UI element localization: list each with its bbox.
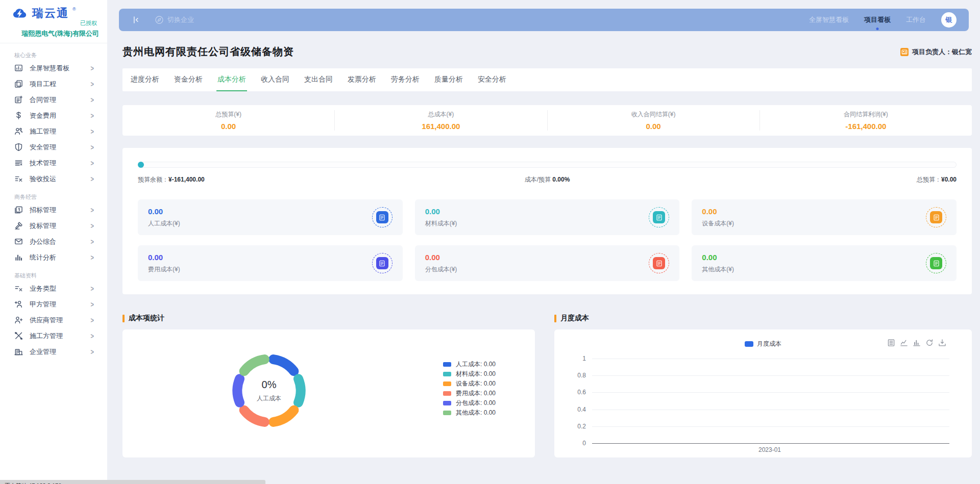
tab-1[interactable]: 进度分析 [130, 68, 160, 91]
donut-segment-6[interactable] [244, 360, 264, 371]
cost-items-section: 成本项统计 0% 人工成本 人工成本: 0.00材料成本: 0.00设备成本: … [122, 314, 535, 457]
sidebar-item-money[interactable]: 资金费用> [0, 108, 107, 123]
cost-tiles: 0.00人工成本(¥)0.00材料成本(¥)0.00设备成本(¥)0.00费用成… [138, 199, 957, 281]
sidebar-item-client[interactable]: 甲方管理> [0, 296, 107, 312]
legend-item[interactable]: 分包成本: 0.00 [443, 398, 496, 408]
sidebar-item-project[interactable]: 项目工程> [0, 76, 107, 92]
tab-6[interactable]: 发票分析 [347, 68, 377, 91]
tile-value: 0.00 [425, 253, 457, 262]
legend-swatch [443, 391, 451, 396]
summary-value: 0.00 [122, 122, 334, 131]
y-tick-label: 0.6 [555, 389, 586, 396]
chevron-right-icon: > [91, 80, 94, 88]
legend-item[interactable]: 人工成本: 0.00 [443, 360, 496, 369]
tab-5[interactable]: 支出合同 [303, 68, 334, 91]
chevron-right-icon: > [91, 206, 94, 214]
chevron-right-icon: > [91, 128, 94, 135]
chevron-right-icon: > [91, 175, 94, 183]
sidebar-item-office[interactable]: 办公综合> [0, 234, 107, 249]
tab-8[interactable]: 质量分析 [433, 68, 464, 91]
summary-card: 总预算(¥)0.00总成本(¥)161,400.00收入合同结算(¥)0.00合… [122, 105, 972, 136]
registered-mark: ® [72, 7, 76, 12]
sidebar-item-label: 资金费用 [30, 111, 56, 120]
chevron-right-icon: > [91, 112, 94, 119]
content: 贵州电网有限责任公司省级储备物资 项目负责人：银仁宽 进度分析资金分析成本分析收… [107, 45, 980, 457]
tile-cost-icon [649, 253, 669, 273]
sidebar-item-label: 业务类型 [30, 284, 56, 293]
legend-swatch [443, 411, 451, 415]
cost-tile: 0.00设备成本(¥) [692, 199, 957, 235]
tab-9[interactable]: 安全分析 [477, 68, 507, 91]
legend-item[interactable]: 其他成本: 0.00 [443, 408, 496, 418]
tile-value: 0.00 [148, 253, 180, 262]
summary-label: 总预算(¥) [122, 110, 334, 119]
legend-swatch [443, 372, 451, 376]
sidebar-item-tender[interactable]: 投标管理> [0, 218, 107, 234]
topbar-nav-item[interactable]: 工作台 [906, 15, 926, 24]
section-header-monthly-cost: 月度成本 [554, 314, 972, 323]
sidebar-item-builder[interactable]: 施工方管理> [0, 328, 107, 344]
donut-segment-3[interactable] [274, 410, 294, 422]
logo-icon [11, 6, 29, 20]
donut-segment-4[interactable] [244, 410, 264, 422]
document-icon [653, 257, 665, 269]
y-tick-label: 0 [555, 440, 586, 447]
sidebar-item-acceptance[interactable]: 验收投运> [0, 171, 107, 187]
sidebar-item-shield[interactable]: 安全管理> [0, 139, 107, 155]
legend-item[interactable]: 材料成本: 0.00 [443, 369, 496, 379]
tech-icon [14, 159, 23, 167]
tab-7[interactable]: 劳务分析 [390, 68, 421, 91]
tile-cost-icon [926, 253, 946, 273]
sidebar-item-label: 施工管理 [30, 127, 56, 136]
legend-text: 其他成本: 0.00 [456, 409, 496, 417]
collapse-icon [131, 15, 140, 24]
company-name: 瑞熙恩电气(珠海)有限公司 [8, 29, 100, 38]
budget-progress-bar [138, 162, 957, 168]
legend-item[interactable]: 费用成本: 0.00 [443, 389, 496, 398]
section-marker [122, 315, 125, 322]
sidebar-item-business[interactable]: 业务类型> [0, 281, 107, 296]
collapse-sidebar-button[interactable] [131, 15, 140, 24]
sidebar-item-label: 投标管理 [30, 221, 56, 231]
topbar-nav: 全屏智慧看板项目看板工作台 银 [809, 12, 957, 28]
chevron-right-icon: > [91, 332, 94, 340]
tab-3[interactable]: 成本分析 [216, 68, 247, 91]
gridline [592, 359, 949, 359]
donut-segment-2[interactable] [298, 379, 301, 402]
chevron-right-icon: > [91, 222, 94, 230]
sidebar-item-label: 验收投运 [30, 174, 56, 184]
topbar-nav-item[interactable]: 全屏智慧看板 [809, 15, 849, 24]
active-dot [876, 28, 879, 30]
authorized-badge: 已授权 [8, 19, 100, 27]
donut-segment-5[interactable] [237, 379, 240, 402]
tile-label: 费用成本(¥) [148, 265, 180, 274]
sidebar-item-construction[interactable]: 施工管理> [0, 123, 107, 139]
tile-label: 人工成本(¥) [148, 219, 180, 228]
sidebar-item-label: 项目工程 [30, 80, 56, 89]
switch-company-button[interactable]: 切换企业 [155, 15, 194, 24]
sidebar-item-dashboard[interactable]: 全屏智慧看板> [0, 60, 107, 76]
tab-2[interactable]: 资金分析 [173, 68, 204, 91]
sidebar-item-supplier[interactable]: 供应商管理> [0, 312, 107, 328]
sidebar-item-bid[interactable]: 招标管理> [0, 202, 107, 218]
sidebar-item-enterprise[interactable]: 企业管理> [0, 344, 107, 360]
y-tick-label: 0.2 [555, 423, 586, 430]
donut-segment-1[interactable] [274, 360, 294, 371]
chevron-right-icon: > [91, 64, 94, 72]
topbar-nav-item[interactable]: 项目看板 [864, 15, 891, 24]
gridline [592, 375, 949, 376]
cost-tile: 0.00分包成本(¥) [415, 245, 680, 281]
sidebar-item-contract[interactable]: 合同管理> [0, 92, 107, 108]
legend-item[interactable]: 设备成本: 0.00 [443, 379, 496, 389]
chevron-right-icon: > [91, 238, 94, 245]
y-tick-label: 1 [555, 355, 586, 362]
user-avatar[interactable]: 银 [941, 12, 957, 28]
document-icon [653, 211, 665, 223]
project-icon [14, 80, 23, 88]
sidebar-item-stats[interactable]: 统计分析> [0, 249, 107, 265]
client-icon [14, 300, 23, 309]
sidebar-section: 基础资料业务类型>甲方管理>供应商管理>施工方管理>企业管理> [0, 270, 107, 360]
sidebar-item-tech[interactable]: 技术管理> [0, 155, 107, 171]
cost-budget-ratio: 成本/预算 0.00% [525, 175, 570, 184]
tab-4[interactable]: 收入合同 [260, 68, 290, 91]
